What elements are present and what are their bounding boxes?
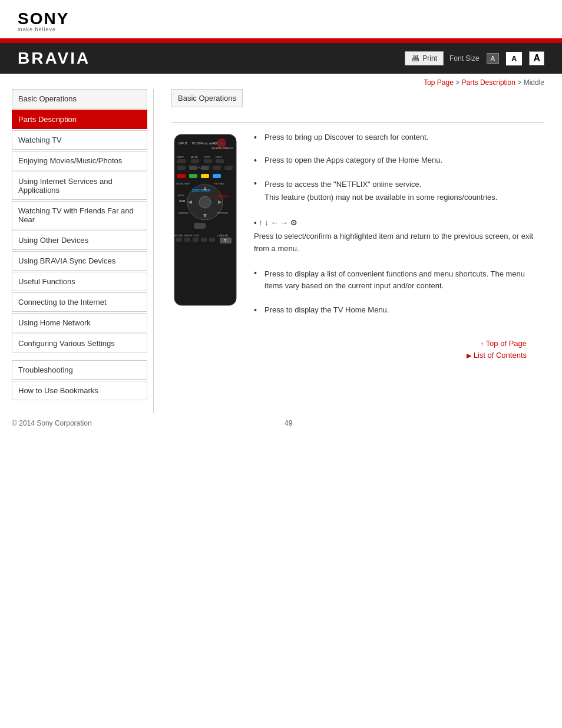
content-item-4: • ↑ ↓ ← → ⊙ Press to select/confirm a hi… xyxy=(254,216,544,256)
sidebar-item-other-devices[interactable]: Using Other Devices xyxy=(12,230,147,250)
svg-rect-47 xyxy=(184,238,190,242)
page-number: 49 xyxy=(285,419,292,427)
svg-rect-22 xyxy=(177,174,186,178)
print-icon: 🖶 xyxy=(411,54,419,63)
svg-text:INPUT: INPUT xyxy=(178,141,187,145)
svg-text:PREV: PREV xyxy=(177,156,184,159)
breadcrumb-top-page[interactable]: Top Page xyxy=(424,78,454,87)
bravia-bar: BRAVIA 🖶 Print Font Size A A A xyxy=(0,43,562,74)
sony-logo: SONY make.believe xyxy=(18,11,544,32)
content-item-6: • Press to display the TV Home Menu. xyxy=(254,304,544,317)
breadcrumb-current: Middle xyxy=(524,78,544,87)
breadcrumb-sep1: > xyxy=(455,78,461,87)
svg-text:?: ? xyxy=(224,239,226,243)
list-of-contents-link[interactable]: ▶ List of Contents xyxy=(171,351,527,360)
sidebar-item-troubleshooting[interactable]: Troubleshooting xyxy=(12,360,147,380)
breadcrumb-parts-description[interactable]: Parts Description xyxy=(462,78,515,87)
svg-text:NETFLIX: NETFLIX xyxy=(217,195,229,198)
svg-rect-41 xyxy=(194,223,206,229)
svg-text:KEY PAD DISPLAY GUIDE: KEY PAD DISPLAY GUIDE xyxy=(174,235,200,237)
svg-text:SOCIAL VIEW: SOCIAL VIEW xyxy=(176,183,190,185)
sidebar-item-bookmarks[interactable]: How to Use Bookmarks xyxy=(12,381,147,400)
footer-nav: ↑ Top of Page ▶ List of Contents xyxy=(171,327,544,368)
svg-text:MUSE: MUSE xyxy=(191,156,198,159)
svg-rect-19 xyxy=(201,166,209,170)
font-large-button[interactable]: A xyxy=(529,51,544,65)
sidebar-item-enjoying-movies[interactable]: Enjoying Movies/Music/Photos xyxy=(12,151,147,170)
remote-control-image: INPUT POWER PIC OFF SYNC MENU RELATED SE… xyxy=(171,131,242,327)
content-item-5: • Press to display a list of convenient … xyxy=(254,267,544,294)
sony-logo-text: SONY xyxy=(18,11,544,27)
content-section-title: Basic Operations xyxy=(171,89,243,107)
sony-header: SONY make.believe xyxy=(0,0,562,38)
svg-text:STOP: STOP xyxy=(204,156,210,159)
bullet-2: • xyxy=(254,156,260,165)
item-text-5: Press to display a list of convenient fu… xyxy=(265,267,544,294)
svg-text:OPTIONS: OPTIONS xyxy=(217,212,228,215)
sony-tagline: make.believe xyxy=(18,27,544,32)
content-item-1: • Press to bring up Discover to search f… xyxy=(254,131,544,144)
svg-rect-17 xyxy=(177,166,186,170)
sidebar-item-watching-tv[interactable]: Watching TV xyxy=(12,130,147,150)
content-item-2: • Press to open the Apps category of the… xyxy=(254,154,544,167)
print-label: Print xyxy=(422,54,437,62)
item-text-3: Press to access the "NETFLIX" online ser… xyxy=(265,177,497,206)
svg-rect-12 xyxy=(177,159,186,163)
svg-rect-48 xyxy=(193,238,199,242)
content-body: INPUT POWER PIC OFF SYNC MENU RELATED SE… xyxy=(171,131,544,327)
svg-rect-46 xyxy=(176,238,182,242)
svg-text:SEN: SEN xyxy=(179,199,186,203)
svg-rect-25 xyxy=(213,174,221,178)
svg-rect-13 xyxy=(191,159,199,163)
font-size-label: Font Size xyxy=(449,54,480,62)
svg-text:FOOTBALL: FOOTBALL xyxy=(214,183,224,185)
top-of-page-link[interactable]: ↑ Top of Page xyxy=(171,339,527,348)
svg-text:DISCOVER: DISCOVER xyxy=(192,189,211,192)
item-text-2: Press to open the Apps category of the H… xyxy=(265,154,442,167)
page-footer: © 2014 Sony Corporation 49 xyxy=(0,413,562,439)
main-layout: Basic Operations Parts Description Watch… xyxy=(0,89,562,413)
svg-point-37 xyxy=(199,196,211,208)
svg-rect-23 xyxy=(189,174,197,178)
svg-rect-15 xyxy=(216,159,224,163)
font-medium-button[interactable]: A xyxy=(506,52,522,65)
item-text-6: Press to display the TV Home Menu. xyxy=(265,304,389,317)
sidebar-item-internet-services[interactable]: Using Internet Services and Applications xyxy=(12,172,147,200)
breadcrumb-sep2: > xyxy=(517,78,523,87)
sidebar-item-bravia-sync[interactable]: Using BRAVIA Sync Devices xyxy=(12,251,147,271)
svg-point-7 xyxy=(220,141,223,145)
sidebar-item-parts-description[interactable]: Parts Description xyxy=(12,110,147,129)
print-button[interactable]: 🖶 Print xyxy=(405,51,444,65)
sidebar-item-configuring-settings[interactable]: Configuring Various Settings xyxy=(12,334,147,353)
bravia-tools: 🖶 Print Font Size A A A xyxy=(405,51,544,65)
sidebar: Basic Operations Parts Description Watch… xyxy=(0,89,147,413)
item-text-1: Press to bring up Discover to search for… xyxy=(265,131,428,144)
right-arrow-icon: ▶ xyxy=(467,352,471,359)
sidebar-basic-operations[interactable]: Basic Operations xyxy=(12,89,147,108)
svg-text:SYNC MENU: SYNC MENU xyxy=(202,142,216,145)
sidebar-item-home-network[interactable]: Using Home Network xyxy=(12,313,147,332)
svg-text:RETURN: RETURN xyxy=(178,212,189,215)
svg-rect-14 xyxy=(204,159,212,163)
item-text-4: • ↑ ↓ ← → ⊙ Press to select/confirm a hi… xyxy=(254,216,544,256)
sidebar-divider xyxy=(12,354,147,360)
bullet-3: • xyxy=(254,179,260,188)
sidebar-item-connecting-internet[interactable]: Connecting to the Internet xyxy=(12,292,147,312)
svg-rect-18 xyxy=(189,166,197,170)
bullet-1: • xyxy=(254,133,260,142)
content-item-3: • Press to access the "NETFLIX" online s… xyxy=(254,177,544,206)
content-list: • Press to bring up Discover to search f… xyxy=(254,131,544,327)
copyright-text: © 2014 Sony Corporation xyxy=(12,419,92,427)
bullet-5: • xyxy=(254,268,260,278)
sidebar-item-watching-friends[interactable]: Watching TV with Friends Far and Near xyxy=(12,201,147,229)
svg-rect-49 xyxy=(201,238,207,242)
up-arrow-icon: ↑ xyxy=(481,340,484,347)
svg-rect-50 xyxy=(209,238,215,242)
svg-text:PIC OFF: PIC OFF xyxy=(192,142,203,145)
sidebar-item-useful-functions[interactable]: Useful Functions xyxy=(12,272,147,291)
font-small-button[interactable]: A xyxy=(487,53,499,64)
svg-rect-24 xyxy=(201,174,209,178)
svg-text:NEXT: NEXT xyxy=(216,156,222,159)
svg-rect-20 xyxy=(213,166,221,170)
remote-svg: INPUT POWER PIC OFF SYNC MENU RELATED SE… xyxy=(171,131,239,308)
